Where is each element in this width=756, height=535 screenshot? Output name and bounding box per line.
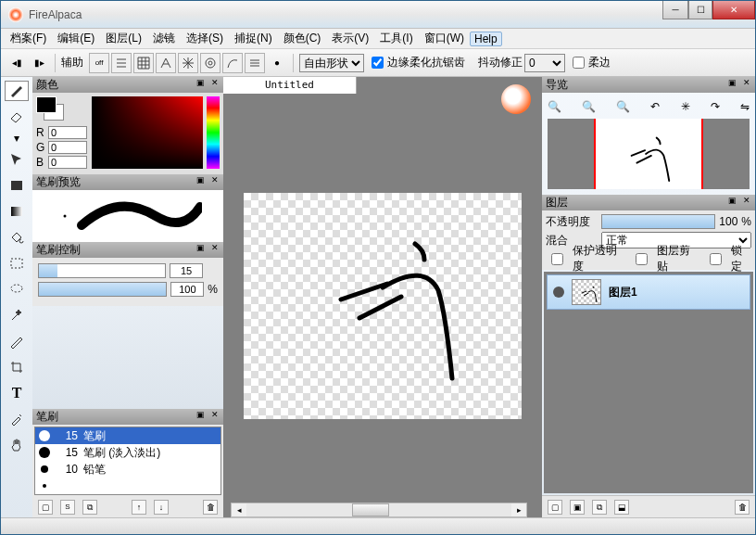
snap-circle-button[interactable] (200, 53, 220, 73)
maximize-button[interactable]: ☐ (688, 1, 712, 19)
tool-select-pen[interactable] (5, 331, 29, 351)
add-brush-s-button[interactable]: S (60, 500, 75, 515)
brush-row[interactable]: 10 铅笔 (35, 461, 220, 478)
softedge-checkbox[interactable] (573, 57, 585, 69)
rotate-reset-icon[interactable]: ✳ (681, 100, 690, 113)
brush-dot-icon[interactable]: ● (267, 53, 287, 73)
delete-brush-button[interactable]: 🗑 (203, 500, 218, 515)
tool-wand[interactable] (5, 305, 29, 325)
menu-snap[interactable]: 捕捉(N) (229, 29, 278, 48)
dock-icon[interactable]: ▣ (194, 409, 207, 422)
tool-move[interactable] (5, 149, 29, 170)
panel-brushlist-header[interactable]: 笔刷 ▣✕ (32, 409, 223, 425)
menu-file[interactable]: 档案(F) (5, 29, 52, 48)
brush-size-slider[interactable] (38, 263, 166, 278)
tool-crop[interactable] (5, 357, 29, 377)
brush-down-button[interactable]: ↓ (154, 500, 169, 515)
tool-hand[interactable] (5, 435, 29, 455)
dock-icon[interactable]: ▣ (725, 195, 738, 208)
snap-perspective-button[interactable] (156, 53, 176, 73)
brush-opacity-slider[interactable] (38, 282, 167, 297)
menu-edit[interactable]: 编辑(E) (52, 29, 100, 48)
flip-icon[interactable]: ⇋ (740, 100, 750, 113)
snap-radial-button[interactable] (178, 53, 198, 73)
layer-item[interactable]: 图层1 (547, 274, 750, 310)
menu-view[interactable]: 表示(V) (326, 29, 374, 48)
g-input[interactable] (48, 141, 87, 154)
brush-row[interactable]: 15 笔刷 (淡入淡出) (35, 444, 220, 461)
panel-brushpreview-header[interactable]: 笔刷预览 ▣✕ (32, 174, 223, 190)
redo-icon[interactable]: ▮▸ (29, 53, 49, 73)
tool-fill[interactable] (5, 175, 29, 196)
menu-color[interactable]: 颜色(C) (278, 29, 327, 48)
brush-opacity-value[interactable]: 100 (170, 282, 204, 297)
rotate-left-icon[interactable]: ↶ (650, 100, 660, 113)
dup-brush-button[interactable]: ⧉ (82, 500, 97, 515)
zoom-in-icon[interactable]: 🔍 (548, 100, 561, 113)
close-icon[interactable]: ✕ (208, 77, 221, 90)
dup-layer-button[interactable]: ⧉ (592, 500, 607, 515)
horizontal-scrollbar[interactable]: ◂▸ (231, 503, 527, 517)
tool-gradient[interactable] (5, 201, 29, 222)
snap-curve-button[interactable] (222, 53, 243, 73)
minimize-button[interactable]: ─ (662, 1, 688, 19)
tool-select-rect[interactable] (5, 253, 29, 274)
tool-eyedropper[interactable] (5, 409, 29, 429)
navigator-thumbnail[interactable] (548, 119, 750, 189)
b-input[interactable] (48, 156, 87, 169)
zoom-out-icon[interactable]: 🔍 (582, 100, 596, 113)
menu-layer[interactable]: 图层(L) (100, 29, 147, 48)
merge-down-button[interactable]: ⬓ (614, 500, 629, 515)
close-icon[interactable]: ✕ (208, 174, 221, 187)
menu-tool[interactable]: 工具(I) (374, 29, 418, 48)
hue-slider[interactable] (207, 96, 220, 169)
color-field[interactable] (92, 96, 203, 169)
tab-untitled[interactable]: Untitled (223, 77, 357, 94)
brush-row[interactable]: 15 笔刷 (35, 427, 220, 444)
panel-layers-header[interactable]: 图层 ▣✕ (542, 195, 755, 210)
canvas[interactable] (244, 193, 522, 419)
panel-brushctrl-header[interactable]: 笔刷控制 ▣✕ (32, 242, 223, 258)
undo-icon[interactable]: ◂▮ (6, 53, 27, 73)
menu-filter[interactable]: 滤镜 (147, 29, 181, 48)
close-icon[interactable]: ✕ (208, 242, 221, 255)
zoom-fit-icon[interactable]: 🔍 (616, 100, 630, 113)
layer-list[interactable]: 图层1 (544, 272, 753, 493)
brush-row[interactable] (35, 478, 220, 494)
snap-parallel-button[interactable] (111, 53, 132, 73)
dock-icon[interactable]: ▣ (194, 174, 207, 187)
tool-bucket[interactable] (5, 227, 29, 248)
close-icon[interactable]: ✕ (740, 195, 753, 208)
antialias-checkbox[interactable] (372, 57, 384, 69)
layer-opacity-slider[interactable] (601, 214, 715, 229)
dock-icon[interactable]: ▣ (725, 77, 738, 90)
r-input[interactable] (48, 126, 87, 139)
menu-help[interactable]: Help (470, 32, 502, 46)
tool-select-lasso[interactable] (5, 279, 29, 299)
panel-color-header[interactable]: 颜色 ▣✕ (32, 77, 223, 93)
color-swatches[interactable] (36, 96, 58, 113)
close-icon[interactable]: ✕ (208, 409, 221, 422)
tool-eraser[interactable] (5, 107, 29, 127)
snap-settings-button[interactable] (245, 53, 265, 73)
close-icon[interactable]: ✕ (740, 77, 753, 90)
close-button[interactable]: ✕ (712, 1, 755, 19)
new-folder-button[interactable]: ▣ (570, 500, 585, 515)
panel-navigator-header[interactable]: 导览 ▣✕ (542, 77, 755, 93)
dock-icon[interactable]: ▣ (194, 77, 207, 90)
delete-layer-button[interactable]: 🗑 (735, 500, 750, 515)
add-brush-button[interactable]: ▢ (38, 500, 53, 515)
lock-checkbox[interactable] (710, 253, 722, 265)
new-layer-button[interactable]: ▢ (548, 500, 562, 515)
snap-off-button[interactable]: off (89, 53, 109, 73)
protect-alpha-checkbox[interactable] (551, 253, 563, 265)
shape-select[interactable]: 自由形状 (299, 54, 364, 72)
jitter-select[interactable]: 0 (524, 54, 565, 72)
snap-grid-button[interactable] (133, 53, 154, 73)
tool-brush[interactable] (5, 81, 29, 101)
brush-list[interactable]: 15 笔刷 15 笔刷 (淡入淡出) 10 铅笔 (34, 427, 221, 495)
visibility-icon[interactable] (553, 287, 564, 298)
tool-text[interactable]: T (5, 383, 29, 403)
clipping-checkbox[interactable] (636, 253, 648, 265)
dock-icon[interactable]: ▣ (194, 242, 207, 255)
